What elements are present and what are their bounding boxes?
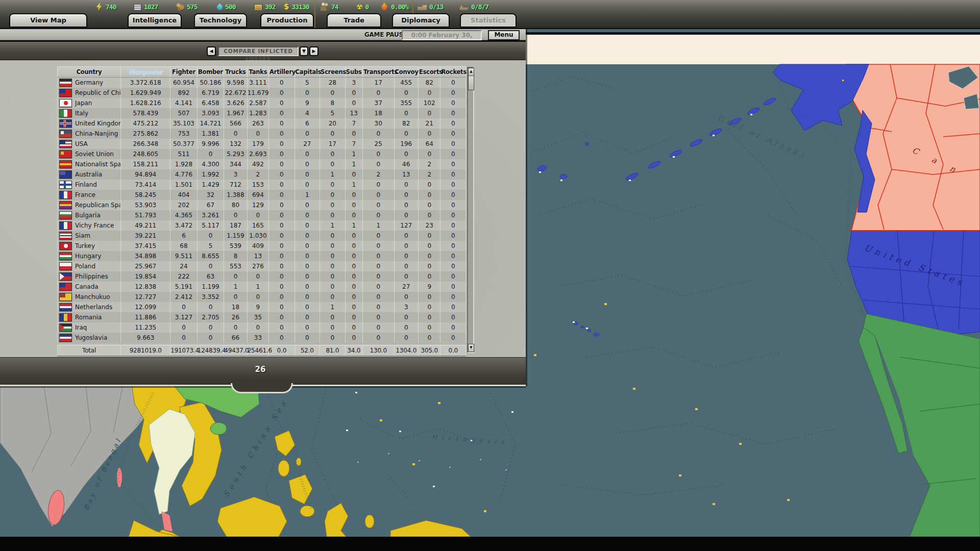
- table-cell: 67: [197, 200, 224, 210]
- table-cell: 0: [269, 98, 295, 108]
- column-header-convoy[interactable]: Convoy: [394, 67, 418, 78]
- tab-diplomacy[interactable]: Diplomacy: [392, 13, 450, 28]
- country-flag-icon: [59, 252, 72, 260]
- table-cell: 0: [440, 88, 466, 98]
- table-cell: 1.030: [247, 231, 268, 241]
- tab-intelligence[interactable]: Intelligence: [128, 13, 182, 28]
- scroll-up-button[interactable]: ▲: [468, 68, 474, 76]
- polar-band: [524, 35, 980, 64]
- column-header-rockets[interactable]: Rockets: [440, 67, 466, 78]
- prev-page-button[interactable]: ◀: [207, 46, 216, 56]
- fleet-icon: [539, 171, 541, 173]
- fleet-icon: [399, 431, 401, 432]
- next-page-button[interactable]: ▶: [309, 46, 318, 56]
- table-cell: 0: [418, 88, 440, 98]
- table-cell: 694: [247, 190, 268, 200]
- table-cell: 82: [394, 118, 418, 129]
- country-flag-icon: [59, 140, 72, 148]
- table-row-romania: Romania11.8863.1272.705263500000000: [58, 312, 466, 322]
- convoy-icon: [739, 443, 742, 445]
- table-cell: 0: [170, 302, 198, 312]
- resource-manpower: 74: [321, 2, 338, 11]
- table-cell: 0: [295, 271, 320, 282]
- table-cell: 0: [362, 190, 394, 200]
- table-scrollbar[interactable]: ▲ ▼: [467, 67, 474, 353]
- column-header-country[interactable]: Country: [58, 67, 121, 78]
- column-header-screens[interactable]: Screens: [320, 67, 345, 78]
- table-cell: 0: [269, 139, 295, 149]
- table-cell: 0: [440, 220, 466, 231]
- table-row-manchukuo: Manchukuo12.7272.4123.3520000000000: [58, 292, 466, 302]
- tab-technology[interactable]: Technology: [194, 13, 247, 28]
- column-header-manpower[interactable]: Manpower: [121, 67, 170, 78]
- table-cell: 0: [345, 271, 362, 282]
- country-flag-icon: [59, 119, 72, 128]
- page-dropdown[interactable]: COMPARE INFLICTED LOSSES: [218, 46, 299, 56]
- table-cell: 13: [345, 108, 362, 118]
- resource-oil: 500: [217, 2, 235, 11]
- table-cell: 13: [394, 169, 418, 180]
- table-cell: 153: [247, 180, 268, 190]
- table-cell: 0: [440, 149, 466, 159]
- tab-view-map[interactable]: View Map: [9, 13, 87, 28]
- table-cell: 12.838: [121, 282, 170, 292]
- table-cell: 0: [197, 149, 224, 159]
- convoy-icon: [412, 463, 415, 465]
- table-cell: 0: [362, 282, 394, 292]
- table-cell: 1.388: [224, 190, 247, 200]
- column-header-subs[interactable]: Subs: [345, 67, 362, 78]
- table-cell: 0: [295, 312, 320, 322]
- menu-button[interactable]: Menu: [488, 30, 520, 40]
- table-cell: 0: [440, 78, 466, 88]
- dropdown-arrow-button[interactable]: ▼: [300, 46, 308, 56]
- table-cell: 275.862: [121, 129, 170, 139]
- column-header-fighter[interactable]: Fighter: [170, 67, 198, 78]
- table-cell: 7: [345, 118, 362, 129]
- tab-production[interactable]: Production: [260, 13, 314, 28]
- table-cell: 0: [345, 210, 362, 220]
- column-header-trucks[interactable]: Trucks: [224, 67, 247, 78]
- transport-capacity-icon: [418, 5, 427, 10]
- table-cell: 2.693: [247, 149, 268, 159]
- table-cell: 0: [418, 292, 440, 302]
- column-header-tanks[interactable]: Tanks: [247, 67, 268, 78]
- column-header-transports[interactable]: Transports: [362, 67, 394, 78]
- table-cell: 37: [362, 98, 394, 108]
- table-cell: 1.628.216: [121, 98, 170, 108]
- scrollbar-thumb[interactable]: [468, 76, 474, 90]
- table-cell: 0: [418, 200, 440, 210]
- table-cell: 222: [170, 271, 198, 282]
- convoy-icon: [604, 303, 607, 305]
- table-cell: 39.221: [121, 231, 170, 241]
- country-flag-icon: [59, 221, 72, 230]
- table-cell: 0: [295, 322, 320, 333]
- country-name: Australia: [75, 171, 102, 178]
- table-cell: 0: [320, 159, 345, 169]
- table-cell: 0: [418, 322, 440, 333]
- scroll-down-button[interactable]: ▼: [468, 344, 474, 352]
- table-cell: 266.348: [121, 139, 170, 149]
- column-header-capitals[interactable]: Capitals: [295, 67, 320, 78]
- table-cell: 578.439: [121, 108, 170, 118]
- table-row-usa: USA266.34850.3779.9961321790271772519664…: [58, 139, 466, 149]
- table-cell: 50.377: [170, 139, 198, 149]
- table-row-japan: Japan1.628.2164.1416.4583.6262.587098037…: [58, 98, 466, 108]
- table-cell: 73.414: [121, 180, 170, 190]
- table-cell: 4.776: [170, 169, 198, 180]
- fleet-icon: [673, 156, 675, 158]
- tab-trade[interactable]: Trade: [327, 13, 381, 28]
- column-header-escorts[interactable]: Escorts: [418, 67, 440, 78]
- table-cell: 0: [269, 88, 295, 98]
- resource-fleet-capacity: 0/8/7: [459, 2, 488, 11]
- column-header-artillery[interactable]: Artillery: [269, 67, 295, 78]
- tab-statistics[interactable]: Statistics: [460, 13, 517, 28]
- table-cell: 202: [170, 200, 198, 210]
- table-cell: 0: [394, 333, 418, 343]
- fleet-icon: [713, 135, 715, 136]
- table-cell: 11.235: [121, 322, 170, 333]
- column-header-bomber[interactable]: Bomber: [197, 67, 224, 78]
- table-cell: 0: [394, 261, 418, 271]
- table-cell: 4.300: [197, 159, 224, 169]
- country-name: United Kingdom: [75, 120, 120, 127]
- table-cell: 0: [394, 251, 418, 261]
